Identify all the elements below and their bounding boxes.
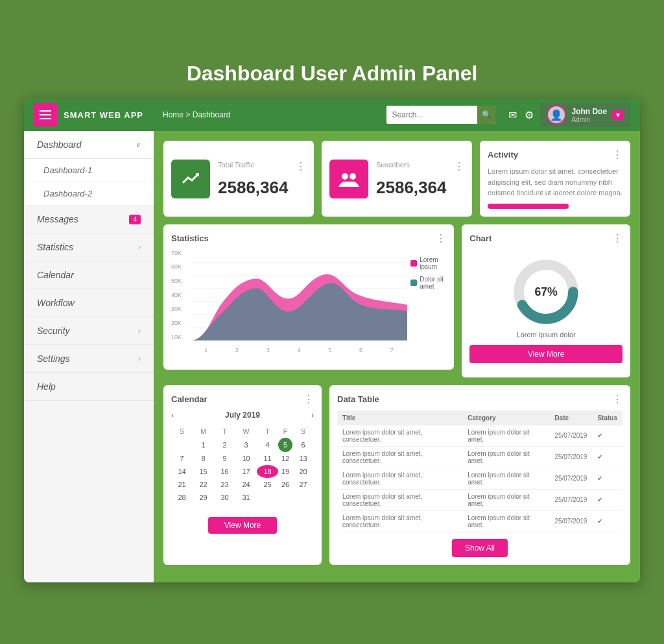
user-area[interactable]: 👤 John Doe Admin ▼ xyxy=(540,102,630,127)
donut-chart-header: Chart ⋮ xyxy=(469,232,622,244)
table-row: Lorem ipsum dolor sit amet, consectetuer… xyxy=(337,468,622,489)
activity-menu[interactable]: ⋮ xyxy=(612,149,622,161)
table-row: Lorem ipsum dolor sit amet, consectetuer… xyxy=(337,446,622,468)
calendar-prev-button[interactable]: ‹ xyxy=(171,411,174,420)
hamburger-button[interactable] xyxy=(34,103,57,126)
calendar-card: Calendar ⋮ ‹ July 2019 › S xyxy=(163,385,322,565)
breadcrumb: Home > Dashboard xyxy=(163,110,380,119)
view-more-button[interactable]: View More xyxy=(469,345,622,363)
sidebar-item-settings[interactable]: Settings › xyxy=(24,345,154,373)
statistics-chart-menu[interactable]: ⋮ xyxy=(436,232,446,244)
mail-icon[interactable]: ✉ xyxy=(508,109,517,121)
total-traffic-header: Total Traffic ⋮ xyxy=(218,160,306,173)
col-date: Date xyxy=(549,411,592,425)
sidebar-item-statistics[interactable]: Statistics › xyxy=(24,233,154,261)
sidebar-item-dashboard-label: Dashboard xyxy=(37,139,82,150)
svg-point-1 xyxy=(350,173,356,180)
middle-row: Statistics ⋮ 70K 60K 50K 40K 30K 20K xyxy=(163,224,630,377)
user-info: John Doe Admin xyxy=(571,107,607,123)
legend-color-1 xyxy=(410,260,417,267)
calendar-header: Calendar ⋮ xyxy=(171,393,314,405)
topnav: SMART WEB APP Home > Dashboard 🔍 ✉ ⚙ 👤 J… xyxy=(24,99,640,131)
avatar: 👤 xyxy=(547,105,566,125)
data-table-menu[interactable]: ⋮ xyxy=(612,393,622,405)
svg-point-0 xyxy=(342,173,348,180)
legend-color-2 xyxy=(410,280,417,286)
search-button[interactable]: 🔍 xyxy=(477,106,495,124)
total-traffic-icon xyxy=(171,160,210,198)
brand-name: SMART WEB APP xyxy=(64,110,143,120)
calendar-title: Calendar xyxy=(171,394,208,404)
sidebar-item-help[interactable]: Help xyxy=(24,373,154,401)
bottom-row: Calendar ⋮ ‹ July 2019 › S xyxy=(163,385,630,565)
chevron-down-icon: ∨ xyxy=(135,140,141,149)
nav-icons: ✉ ⚙ xyxy=(508,109,534,121)
show-all-button[interactable]: Show All xyxy=(452,539,508,557)
user-role: Admin xyxy=(571,116,607,123)
total-traffic-info: Total Traffic ⋮ 2586,364 xyxy=(218,160,306,198)
sidebar-item-statistics-label: Statistics xyxy=(37,242,73,252)
chart-y-labels: 70K 60K 50K 40K 30K 20K 10K xyxy=(171,250,191,340)
activity-card: Activity ⋮ Lorem ipsum dolor sit amet, c… xyxy=(480,141,630,217)
total-traffic-value: 2586,364 xyxy=(218,178,306,198)
subscribers-value: 2586,364 xyxy=(376,178,464,198)
chevron-right-icon-2: › xyxy=(138,326,141,335)
sidebar-item-security[interactable]: Security › xyxy=(24,317,154,345)
statistics-chart-header: Statistics ⋮ xyxy=(171,232,446,244)
activity-title: Activity xyxy=(488,150,518,160)
calendar-month-header: ‹ July 2019 › xyxy=(171,411,314,420)
dashboard-shell: SMART WEB APP Home > Dashboard 🔍 ✉ ⚙ 👤 J… xyxy=(24,99,640,582)
activity-text: Lorem ipsum dolor sit amet, consectetuer… xyxy=(488,166,622,198)
data-table: Title Category Date Status Lorem ipsum d… xyxy=(337,411,622,532)
statistics-chart-title: Statistics xyxy=(171,233,209,243)
sidebar-item-dashboard-2[interactable]: Dashboard-2 xyxy=(24,182,154,206)
sidebar-item-dashboard[interactable]: Dashboard ∨ xyxy=(24,131,154,159)
donut-svg: 67% xyxy=(510,256,582,328)
calendar-menu[interactable]: ⋮ xyxy=(303,393,314,405)
subscribers-header: Suscribers ⋮ xyxy=(376,160,464,173)
subscribers-icon xyxy=(329,160,368,198)
dropdown-arrow-icon: ▼ xyxy=(612,110,624,120)
legend-label-1: Lorem ipsum xyxy=(420,256,446,270)
calendar-next-button[interactable]: › xyxy=(311,411,314,420)
messages-badge: 4 xyxy=(129,215,141,224)
total-traffic-card: Total Traffic ⋮ 2586,364 xyxy=(163,141,314,217)
sidebar-item-security-label: Security xyxy=(37,326,70,336)
calendar-month-year: July 2019 xyxy=(225,411,260,420)
data-table-title: Data Table xyxy=(337,394,379,404)
donut-sub-label: Lorem ipsum dolor xyxy=(517,331,576,339)
subscribers-card: Suscribers ⋮ 2586,364 xyxy=(322,141,472,217)
calendar-grid: S M T W T F S xyxy=(171,425,314,504)
subscribers-info: Suscribers ⋮ 2586,364 xyxy=(376,160,464,198)
legend-item-2: Dolor sit amet xyxy=(410,276,446,290)
data-table-card: Data Table ⋮ Title Category Date Status xyxy=(329,385,630,565)
table-row: Lorem ipsum dolor sit amet, consectetuer… xyxy=(337,510,622,532)
gear-icon[interactable]: ⚙ xyxy=(525,109,534,121)
user-name: John Doe xyxy=(571,107,607,116)
legend-item-1: Lorem ipsum xyxy=(410,256,446,270)
sidebar-item-calendar[interactable]: Calendar xyxy=(24,261,154,289)
chevron-right-icon: › xyxy=(138,243,141,252)
chart-area xyxy=(191,250,407,340)
calendar-view-more-button[interactable]: View More xyxy=(208,517,277,534)
statistics-chart-container: 70K 60K 50K 40K 30K 20K 10K xyxy=(171,250,446,353)
sidebar-item-messages-label: Messages xyxy=(37,214,78,224)
svg-text:67%: 67% xyxy=(535,285,558,298)
search-input[interactable] xyxy=(386,106,477,124)
total-traffic-menu[interactable]: ⋮ xyxy=(296,160,306,173)
donut-chart-title: Chart xyxy=(469,233,492,243)
subscribers-menu[interactable]: ⋮ xyxy=(454,160,464,173)
data-table-header: Data Table ⋮ xyxy=(337,393,622,405)
sidebar-item-dashboard-1[interactable]: Dashboard-1 xyxy=(24,159,154,182)
sidebar: Dashboard ∨ Dashboard-1 Dashboard-2 Mess… xyxy=(24,131,154,582)
sidebar-sub-items: Dashboard-1 Dashboard-2 xyxy=(24,159,154,206)
search-box: 🔍 xyxy=(386,106,495,124)
sidebar-item-workflow[interactable]: Workflow xyxy=(24,289,154,317)
total-traffic-label: Total Traffic xyxy=(218,161,254,169)
main-layout: Dashboard ∨ Dashboard-1 Dashboard-2 Mess… xyxy=(24,131,640,582)
content-area: Total Traffic ⋮ 2586,364 xyxy=(154,131,640,582)
sidebar-item-workflow-label: Workflow xyxy=(37,298,75,308)
chart-x-labels: 1 2 3 4 5 6 7 xyxy=(191,347,407,353)
sidebar-item-messages[interactable]: Messages 4 xyxy=(24,206,154,233)
donut-chart-menu[interactable]: ⋮ xyxy=(612,232,622,244)
